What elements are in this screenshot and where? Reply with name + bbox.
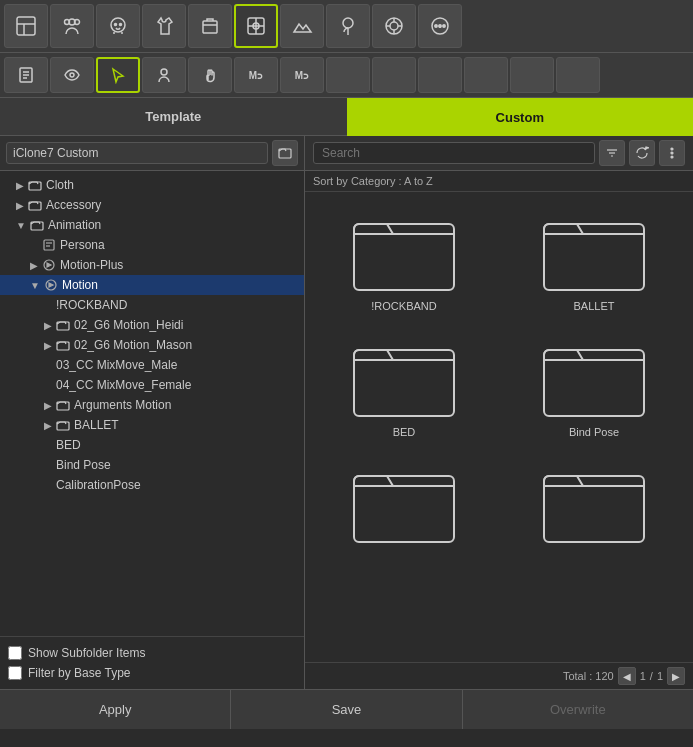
svg-point-49	[671, 148, 673, 150]
more-icon[interactable]	[418, 4, 462, 48]
toolbar-row2: Mↄ Mↄ	[0, 53, 693, 98]
md2-icon[interactable]: Mↄ	[280, 57, 324, 93]
terrain-icon[interactable]	[280, 4, 324, 48]
pagination-bar: Total : 120 ◀ 1 / 1 ▶	[305, 662, 693, 689]
tree-item-persona[interactable]: ▶ Persona	[0, 235, 304, 255]
page-next-button[interactable]: ▶	[667, 667, 685, 685]
md1-icon[interactable]: Mↄ	[234, 57, 278, 93]
nature-icon[interactable]	[326, 4, 370, 48]
clothing-icon[interactable]	[142, 4, 186, 48]
grid-label-bed: BED	[393, 426, 416, 438]
show-subfolder-label[interactable]: Show Subfolder Items	[28, 646, 145, 660]
library-dropdown[interactable]: iClone7 Custom iClone7 Default Custom	[6, 142, 268, 164]
left-panel-header: iClone7 Custom iClone7 Default Custom	[0, 136, 304, 171]
content-area: iClone7 Custom iClone7 Default Custom ▶ …	[0, 136, 693, 689]
svg-rect-0	[17, 17, 35, 35]
scene-icon[interactable]	[4, 4, 48, 48]
grid-item-bed[interactable]: BED	[313, 326, 495, 444]
show-subfolder-checkbox[interactable]	[8, 646, 22, 660]
tree-item-bind-pose[interactable]: ▶ Bind Pose	[0, 455, 304, 475]
svg-point-32	[161, 69, 167, 75]
left-panel: iClone7 Custom iClone7 Default Custom ▶ …	[0, 136, 305, 689]
tree-arrow-cloth: ▶	[16, 180, 24, 191]
effects-icon[interactable]	[372, 4, 416, 48]
sort-bar: Sort by Category : A to Z	[305, 171, 693, 192]
hand-icon[interactable]	[188, 57, 232, 93]
grid-item-bind-pose[interactable]: Bind Pose	[503, 326, 685, 444]
tree-view: ▶ Cloth ▶ Accessory ▼	[0, 171, 304, 636]
tree-item-mason[interactable]: ▶ 02_G6 Motion_Mason	[0, 335, 304, 355]
svg-point-25	[439, 25, 441, 27]
tree-item-animation[interactable]: ▼ Animation	[0, 215, 304, 235]
total-label: Total : 120	[563, 670, 614, 682]
filter-base-type-row: Filter by Base Type	[8, 663, 296, 683]
page-current: 1	[640, 670, 646, 682]
grid-label-rockband: !ROCKBAND	[371, 300, 436, 312]
svg-point-31	[70, 73, 74, 77]
save-button[interactable]: Save	[231, 690, 462, 729]
apply-button[interactable]: Apply	[0, 690, 231, 729]
svg-point-26	[443, 25, 445, 27]
prop-icon[interactable]	[188, 4, 232, 48]
tree-arrow-animation: ▼	[16, 220, 26, 231]
svg-rect-37	[44, 240, 54, 250]
box4-icon[interactable]	[464, 57, 508, 93]
cursor-icon[interactable]	[96, 57, 140, 93]
grid-label-bind-pose: Bind Pose	[569, 426, 619, 438]
avatar-icon[interactable]	[50, 4, 94, 48]
tree-item-bed[interactable]: ▶ BED	[0, 435, 304, 455]
tab-row: Template Custom	[0, 98, 693, 136]
tree-item-rockband[interactable]: ▶ !ROCKBAND	[0, 295, 304, 315]
eye-icon[interactable]	[50, 57, 94, 93]
svg-point-5	[75, 20, 80, 25]
svg-point-50	[671, 152, 673, 154]
tree-item-mixmove-female[interactable]: ▶ 04_CC MixMove_Female	[0, 375, 304, 395]
box5-icon[interactable]	[510, 57, 554, 93]
refresh-icon[interactable]	[629, 140, 655, 166]
svg-point-8	[120, 24, 122, 26]
tree-item-accessory[interactable]: ▶ Accessory	[0, 195, 304, 215]
tab-template[interactable]: Template	[0, 98, 347, 136]
left-panel-footer: Show Subfolder Items Filter by Base Type	[0, 636, 304, 689]
overwrite-button[interactable]: Overwrite	[463, 690, 693, 729]
grid-item-rockband[interactable]: !ROCKBAND	[313, 200, 495, 318]
tree-arrow-accessory: ▶	[16, 200, 24, 211]
grid-item-ballet[interactable]: BALLET	[503, 200, 685, 318]
tree-item-motion-plus[interactable]: ▶ Motion-Plus	[0, 255, 304, 275]
more-options-icon[interactable]	[659, 140, 685, 166]
head-icon[interactable]	[96, 4, 140, 48]
box3-icon[interactable]	[418, 57, 462, 93]
filter-base-type-checkbox[interactable]	[8, 666, 22, 680]
tree-item-ballet[interactable]: ▶ BALLET	[0, 415, 304, 435]
tab-custom[interactable]: Custom	[347, 98, 694, 136]
filter-icon[interactable]	[599, 140, 625, 166]
svg-point-18	[390, 22, 398, 30]
sort-label: Sort by Category : A to Z	[313, 175, 433, 187]
box6-icon[interactable]	[556, 57, 600, 93]
grid-label-ballet: BALLET	[574, 300, 615, 312]
doc-icon[interactable]	[4, 57, 48, 93]
grid-item-partial1[interactable]	[313, 452, 495, 558]
show-subfolder-row: Show Subfolder Items	[8, 643, 296, 663]
tree-item-heidi[interactable]: ▶ 02_G6 Motion_Heidi	[0, 315, 304, 335]
tree-item-arguments[interactable]: ▶ Arguments Motion	[0, 395, 304, 415]
tree-item-motion[interactable]: ▼ Motion	[0, 275, 304, 295]
tree-item-mixmove-male[interactable]: ▶ 03_CC MixMove_Male	[0, 355, 304, 375]
page-prev-button[interactable]: ◀	[618, 667, 636, 685]
svg-point-51	[671, 156, 673, 158]
box1-icon[interactable]	[326, 57, 370, 93]
search-input[interactable]	[313, 142, 595, 164]
svg-point-24	[435, 25, 437, 27]
tree-item-cloth[interactable]: ▶ Cloth	[0, 175, 304, 195]
tree-item-calibration-pose[interactable]: ▶ CalibrationPose	[0, 475, 304, 495]
right-panel-header	[305, 136, 693, 171]
folder-browse-button[interactable]	[272, 140, 298, 166]
motion-icon[interactable]	[234, 4, 278, 48]
filter-base-type-label[interactable]: Filter by Base Type	[28, 666, 131, 680]
bottom-bar: Apply Save Overwrite	[0, 689, 693, 729]
grid-item-partial2[interactable]	[503, 452, 685, 558]
right-panel: Sort by Category : A to Z !ROCKBAND	[305, 136, 693, 689]
box2-icon[interactable]	[372, 57, 416, 93]
svg-point-7	[115, 24, 117, 26]
people-icon[interactable]	[142, 57, 186, 93]
